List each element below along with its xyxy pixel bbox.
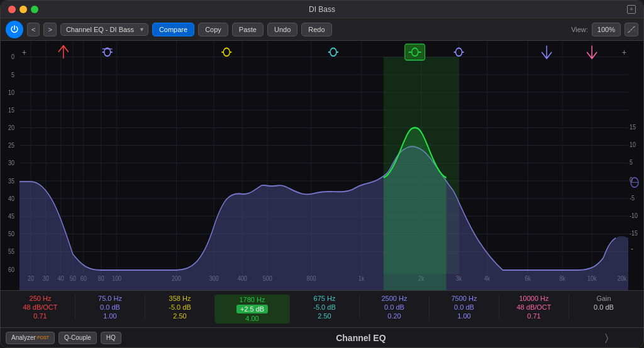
svg-rect-83 (405, 44, 425, 60)
band4-freq: 1780 Hz (240, 296, 265, 303)
gain-q (602, 312, 604, 320)
band3-column[interactable]: 358 Hz -5.0 dB 2.50 (145, 295, 215, 320)
link-icon[interactable] (625, 23, 638, 36)
band6-gain: 0.0 dB (384, 303, 404, 311)
svg-text:20: 20 (8, 124, 14, 131)
svg-text:10: 10 (8, 89, 14, 96)
analyzer-button[interactable]: AnalyzerPOST (6, 332, 55, 344)
view-value[interactable]: 100% (592, 23, 621, 36)
band3-freq: 358 Hz (169, 295, 191, 302)
band1-q: 0.71 (33, 312, 47, 320)
band4-gain: +2.5 dB (236, 305, 268, 313)
band3-q: 2.50 (173, 312, 186, 320)
paste-button[interactable]: Paste (232, 23, 264, 36)
bottom-right: 〉 (601, 332, 638, 344)
post-label: POST (37, 335, 49, 340)
gain-label: Gain (596, 295, 611, 302)
svg-text:+: + (622, 47, 626, 58)
band1-freq: 250 Hz (30, 295, 52, 302)
back-button[interactable]: < (27, 23, 40, 36)
band5-q: 2.50 (318, 312, 331, 320)
svg-text:-10: -10 (630, 212, 638, 219)
svg-text:5: 5 (11, 71, 14, 79)
band2-freq: 75.0 Hz (98, 295, 122, 302)
band3-gain: -5.0 dB (169, 303, 191, 311)
svg-text:25: 25 (8, 141, 14, 149)
band8-column[interactable]: 10000 Hz 48 dB/OCT 0.71 (499, 295, 569, 320)
band5-column[interactable]: 675 Hz -5.0 dB 2.50 (290, 295, 360, 320)
hq-button[interactable]: HQ (101, 332, 121, 344)
band5-freq: 675 Hz (314, 295, 336, 302)
bottom-bar: AnalyzerPOST Q-Couple HQ Channel EQ 〉 (1, 327, 643, 347)
band4-column[interactable]: 1780 Hz +2.5 dB 4.00 (215, 295, 290, 324)
title-bar: DI Bass (1, 1, 643, 18)
svg-text:15: 15 (8, 106, 14, 114)
gain-value: 0.0 dB (594, 303, 614, 311)
band5-gain: -5.0 dB (313, 303, 335, 311)
qcouple-button[interactable]: Q-Couple (58, 332, 97, 344)
minimize-button[interactable] (19, 6, 27, 13)
band7-q: 1.00 (457, 312, 470, 320)
window-title: DI Bass (309, 5, 335, 14)
svg-text:30: 30 (8, 159, 14, 166)
band1-column[interactable]: 250 Hz 48 dB/OCT 0.71 (6, 295, 75, 320)
preset-dropdown[interactable]: Channel EQ - DI Bass (60, 23, 148, 36)
redo-button[interactable]: Redo (301, 23, 331, 36)
main-window: DI Bass < > Channel EQ - DI Bass ▼ Compa… (0, 0, 644, 348)
svg-text:35: 35 (8, 177, 14, 185)
undo-button[interactable]: Undo (267, 23, 297, 36)
svg-text:+: + (22, 47, 26, 58)
view-label: View: (571, 26, 588, 33)
forward-button[interactable]: > (43, 23, 56, 36)
svg-text:-5: -5 (630, 194, 635, 202)
svg-text:10: 10 (630, 141, 636, 148)
band2-gain: 0.0 dB (100, 303, 120, 311)
band2-column[interactable]: 75.0 Hz 0.0 dB 1.00 (75, 295, 145, 320)
band7-gain: 0.0 dB (454, 303, 474, 311)
band7-freq: 7500 Hz (452, 295, 477, 302)
svg-text:40: 40 (8, 195, 14, 202)
svg-text:5: 5 (630, 158, 633, 166)
svg-text:15: 15 (630, 123, 636, 131)
svg-text:-15: -15 (630, 229, 638, 237)
fullscreen-button[interactable] (31, 6, 38, 13)
band7-column[interactable]: 7500 Hz 0.0 dB 1.00 (430, 295, 499, 320)
band1-gain: 48 dB/OCT (23, 303, 57, 311)
band8-freq: 10000 Hz (519, 295, 548, 302)
analyzer-label: Analyzer (11, 334, 36, 341)
eq-display[interactable]: 0 5 10 15 20 25 30 35 40 45 50 55 60 15 … (1, 41, 643, 290)
svg-text:60: 60 (8, 266, 14, 273)
band-parameters: 250 Hz 48 dB/OCT 0.71 75.0 Hz 0.0 dB 1.0… (1, 290, 643, 327)
band4-q: 4.00 (245, 315, 258, 322)
expand-icon[interactable] (627, 5, 636, 14)
power-button[interactable] (6, 21, 23, 38)
close-button[interactable] (8, 6, 16, 13)
svg-text:0: 0 (11, 53, 14, 60)
traffic-lights (8, 6, 38, 13)
band8-q: 0.71 (527, 312, 540, 320)
band2-q: 1.00 (103, 312, 116, 320)
band6-q: 0.20 (387, 312, 401, 320)
bottom-controls: AnalyzerPOST Q-Couple HQ (6, 332, 121, 344)
toolbar: < > Channel EQ - DI Bass ▼ Compare Copy … (1, 18, 643, 41)
svg-text:50: 50 (8, 230, 14, 237)
band8-gain: 48 dB/OCT (516, 303, 551, 311)
gain-column[interactable]: Gain 0.0 dB (569, 295, 638, 320)
footer-title: Channel EQ (336, 333, 386, 343)
chevron-right-icon[interactable]: 〉 (601, 332, 613, 344)
band6-column[interactable]: 2500 Hz 0.0 dB 0.20 (360, 295, 430, 320)
band6-freq: 2500 Hz (382, 295, 408, 302)
copy-button[interactable]: Copy (198, 23, 228, 36)
svg-text:55: 55 (8, 247, 14, 255)
svg-text:45: 45 (8, 212, 14, 220)
preset-selector[interactable]: Channel EQ - DI Bass ▼ (60, 23, 148, 36)
svg-text:-: - (631, 243, 633, 254)
compare-button[interactable]: Compare (152, 23, 194, 36)
